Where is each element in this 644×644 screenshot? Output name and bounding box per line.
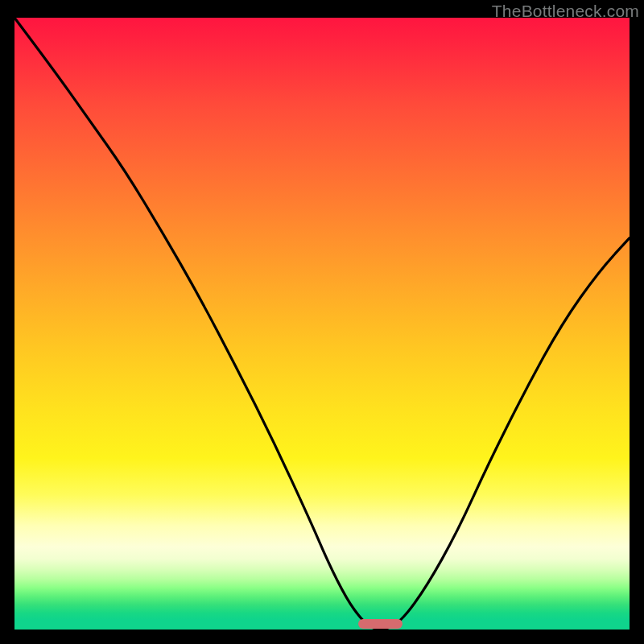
- plot-area: [14, 18, 630, 630]
- watermark-text: TheBottleneck.com: [492, 2, 639, 21]
- optimal-range-marker: [358, 619, 402, 629]
- chart-frame: [14, 18, 630, 630]
- bottleneck-curve: [14, 18, 630, 630]
